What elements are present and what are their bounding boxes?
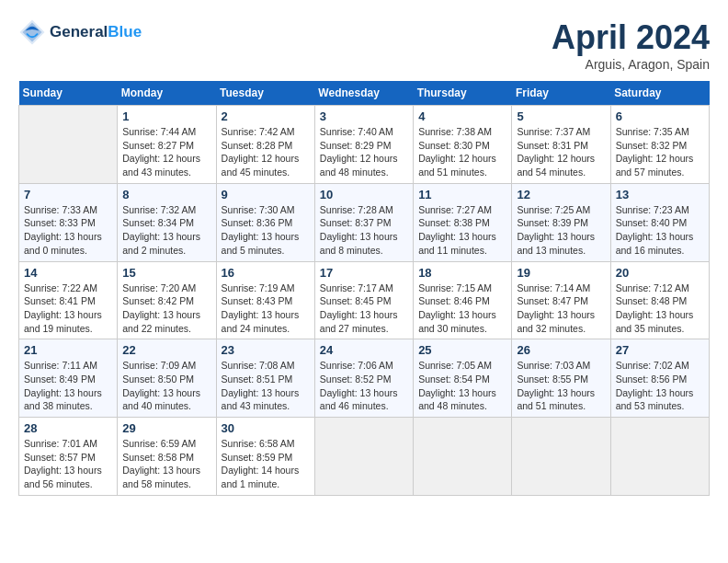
calendar-cell: 7Sunrise: 7:33 AMSunset: 8:33 PMDaylight… [19,183,118,261]
calendar-cell: 6Sunrise: 7:35 AMSunset: 8:32 PMDaylight… [610,106,709,184]
calendar-cell: 18Sunrise: 7:15 AMSunset: 8:46 PMDayligh… [414,261,512,339]
title-block: April 2024 Arguis, Aragon, Spain [552,18,710,72]
calendar-week-row: 28Sunrise: 7:01 AMSunset: 8:57 PMDayligh… [19,418,710,496]
day-number: 21 [24,343,112,357]
calendar-week-row: 1Sunrise: 7:44 AMSunset: 8:27 PMDaylight… [19,106,710,184]
day-info: Sunrise: 7:27 AMSunset: 8:38 PMDaylight:… [418,203,506,258]
day-number: 25 [418,343,506,357]
calendar-cell: 20Sunrise: 7:12 AMSunset: 8:48 PMDayligh… [610,261,709,339]
day-number: 11 [418,188,506,201]
calendar-cell: 28Sunrise: 7:01 AMSunset: 8:57 PMDayligh… [19,418,118,496]
day-info: Sunrise: 7:02 AMSunset: 8:56 PMDaylight:… [616,359,704,413]
day-number: 7 [24,188,112,201]
day-info: Sunrise: 7:01 AMSunset: 8:57 PMDaylight:… [24,437,112,491]
day-number: 12 [517,188,605,201]
calendar-cell: 11Sunrise: 7:27 AMSunset: 8:38 PMDayligh… [414,183,512,261]
logo-icon [18,18,46,46]
calendar-cell: 8Sunrise: 7:32 AMSunset: 8:34 PMDaylight… [118,183,216,261]
calendar-cell: 15Sunrise: 7:20 AMSunset: 8:42 PMDayligh… [118,261,216,339]
day-number: 8 [122,188,210,201]
day-number: 13 [616,188,704,201]
day-info: Sunrise: 7:15 AMSunset: 8:46 PMDaylight:… [418,282,506,336]
calendar-cell: 30Sunrise: 6:58 AMSunset: 8:59 PMDayligh… [216,418,314,496]
day-number: 5 [517,109,605,123]
calendar-cell: 1Sunrise: 7:44 AMSunset: 8:27 PMDaylight… [118,106,216,184]
calendar-cell: 21Sunrise: 7:11 AMSunset: 8:49 PMDayligh… [19,339,118,418]
day-info: Sunrise: 7:17 AMSunset: 8:45 PMDaylight:… [320,282,408,336]
location: Arguis, Aragon, Spain [552,57,710,72]
day-number: 14 [24,266,112,280]
day-number: 10 [320,188,408,201]
calendar-cell: 27Sunrise: 7:02 AMSunset: 8:56 PMDayligh… [610,339,709,418]
day-info: Sunrise: 7:25 AMSunset: 8:39 PMDaylight:… [517,203,605,258]
day-info: Sunrise: 7:33 AMSunset: 8:33 PMDaylight:… [24,203,112,258]
day-info: Sunrise: 7:09 AMSunset: 8:50 PMDaylight:… [122,359,210,413]
calendar-cell: 29Sunrise: 6:59 AMSunset: 8:58 PMDayligh… [118,418,216,496]
weekday-header: Monday [118,81,216,106]
day-info: Sunrise: 7:44 AMSunset: 8:27 PMDaylight:… [122,125,210,179]
calendar-cell: 14Sunrise: 7:22 AMSunset: 8:41 PMDayligh… [19,261,118,339]
day-number: 22 [122,343,210,357]
day-number: 28 [24,421,112,435]
calendar-cell [512,418,610,496]
day-info: Sunrise: 6:59 AMSunset: 8:58 PMDaylight:… [122,437,210,491]
day-number: 26 [517,343,605,357]
day-info: Sunrise: 7:14 AMSunset: 8:47 PMDaylight:… [517,282,605,336]
day-number: 9 [222,188,310,201]
day-number: 2 [222,109,310,123]
day-info: Sunrise: 6:58 AMSunset: 8:59 PMDaylight:… [222,437,310,491]
day-info: Sunrise: 7:19 AMSunset: 8:43 PMDaylight:… [222,282,310,336]
page-header: GeneralBlue April 2024 Arguis, Aragon, S… [18,18,710,72]
calendar-cell: 17Sunrise: 7:17 AMSunset: 8:45 PMDayligh… [314,261,413,339]
day-info: Sunrise: 7:40 AMSunset: 8:29 PMDaylight:… [320,125,408,179]
calendar-cell: 25Sunrise: 7:05 AMSunset: 8:54 PMDayligh… [414,339,512,418]
calendar-cell: 26Sunrise: 7:03 AMSunset: 8:55 PMDayligh… [512,339,610,418]
calendar-cell: 9Sunrise: 7:30 AMSunset: 8:36 PMDaylight… [216,183,314,261]
day-info: Sunrise: 7:12 AMSunset: 8:48 PMDaylight:… [616,282,704,336]
day-info: Sunrise: 7:30 AMSunset: 8:36 PMDaylight:… [222,203,310,258]
day-info: Sunrise: 7:05 AMSunset: 8:54 PMDaylight:… [418,359,506,413]
svg-marker-1 [23,23,42,42]
calendar-cell: 19Sunrise: 7:14 AMSunset: 8:47 PMDayligh… [512,261,610,339]
calendar-cell: 3Sunrise: 7:40 AMSunset: 8:29 PMDaylight… [314,106,413,184]
day-number: 3 [320,109,408,123]
day-info: Sunrise: 7:11 AMSunset: 8:49 PMDaylight:… [24,359,112,413]
day-info: Sunrise: 7:38 AMSunset: 8:30 PMDaylight:… [418,125,506,179]
logo: GeneralBlue [18,18,142,46]
calendar-cell [314,418,413,496]
day-info: Sunrise: 7:03 AMSunset: 8:55 PMDaylight:… [517,359,605,413]
calendar-cell: 13Sunrise: 7:23 AMSunset: 8:40 PMDayligh… [610,183,709,261]
calendar-cell: 2Sunrise: 7:42 AMSunset: 8:28 PMDaylight… [216,106,314,184]
day-info: Sunrise: 7:35 AMSunset: 8:32 PMDaylight:… [616,125,704,179]
month-title: April 2024 [552,18,710,57]
calendar-cell: 23Sunrise: 7:08 AMSunset: 8:51 PMDayligh… [216,339,314,418]
day-number: 17 [320,266,408,280]
day-number: 16 [222,266,310,280]
calendar-cell: 12Sunrise: 7:25 AMSunset: 8:39 PMDayligh… [512,183,610,261]
calendar-week-row: 21Sunrise: 7:11 AMSunset: 8:49 PMDayligh… [19,339,710,418]
calendar-cell [19,106,118,184]
weekday-header: Friday [512,81,610,106]
day-info: Sunrise: 7:20 AMSunset: 8:42 PMDaylight:… [122,282,210,336]
calendar-cell [610,418,709,496]
calendar-cell: 22Sunrise: 7:09 AMSunset: 8:50 PMDayligh… [118,339,216,418]
calendar-cell [414,418,512,496]
calendar-cell: 4Sunrise: 7:38 AMSunset: 8:30 PMDaylight… [414,106,512,184]
day-info: Sunrise: 7:08 AMSunset: 8:51 PMDaylight:… [222,359,310,413]
day-number: 1 [122,109,210,123]
calendar-week-row: 7Sunrise: 7:33 AMSunset: 8:33 PMDaylight… [19,183,710,261]
weekday-header: Saturday [610,81,709,106]
calendar-week-row: 14Sunrise: 7:22 AMSunset: 8:41 PMDayligh… [19,261,710,339]
day-info: Sunrise: 7:37 AMSunset: 8:31 PMDaylight:… [517,125,605,179]
day-number: 27 [616,343,704,357]
day-number: 24 [320,343,408,357]
weekday-header-row: SundayMondayTuesdayWednesdayThursdayFrid… [19,81,710,106]
day-number: 19 [517,266,605,280]
day-info: Sunrise: 7:22 AMSunset: 8:41 PMDaylight:… [24,282,112,336]
day-number: 29 [122,421,210,435]
weekday-header: Thursday [414,81,512,106]
weekday-header: Wednesday [314,81,413,106]
day-info: Sunrise: 7:06 AMSunset: 8:52 PMDaylight:… [320,359,408,413]
weekday-header: Tuesday [216,81,314,106]
calendar-table: SundayMondayTuesdayWednesdayThursdayFrid… [18,81,710,496]
